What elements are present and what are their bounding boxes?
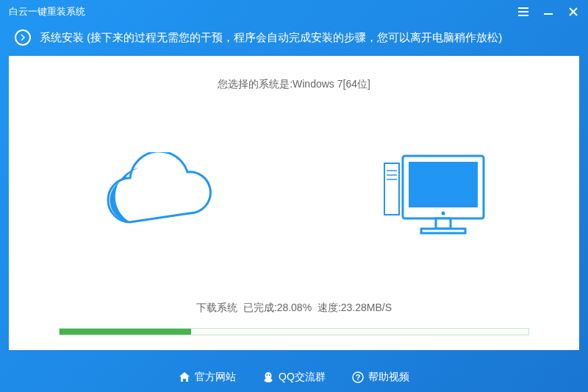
qq-icon: [262, 371, 274, 383]
progress-status-text: 下载系统 已完成:28.08% 速度:23.28MB/S: [196, 302, 392, 315]
svg-point-11: [266, 374, 268, 376]
menu-icon[interactable]: [517, 6, 529, 18]
help-video-link[interactable]: ? 帮助视频: [352, 371, 409, 384]
close-icon[interactable]: [567, 6, 579, 18]
minimize-icon[interactable]: [542, 6, 554, 18]
svg-rect-7: [436, 218, 451, 229]
svg-point-6: [442, 212, 445, 215]
official-website-link[interactable]: 官方网站: [179, 371, 236, 384]
computer-icon: [373, 149, 491, 244]
footer: 官方网站 QQ交流群 ? 帮助视频: [0, 363, 588, 392]
app-title: 白云一键重装系统: [9, 5, 85, 18]
download-label: 下载系统: [196, 302, 237, 313]
main-panel: 您选择的系统是:Windows 7[64位] 下载系统 已完成:28.08% 速…: [9, 56, 579, 350]
completed-label: 已完成:: [243, 302, 277, 313]
step-header: 系统安装 (接下来的过程无需您的干预，程序会自动完成安装的步骤，您可以离开电脑稍…: [0, 24, 588, 56]
window-controls: [517, 6, 579, 18]
svg-text:?: ?: [356, 373, 361, 382]
graphic-row: [38, 113, 550, 279]
website-label: 官方网站: [195, 371, 236, 384]
selected-system-text: 您选择的系统是:Windows 7[64位]: [218, 78, 370, 91]
help-label: 帮助视频: [368, 371, 409, 384]
home-icon: [179, 371, 190, 383]
cloud-icon: [97, 152, 229, 240]
speed-value: 23.28MB/S: [341, 302, 392, 313]
selected-os-value: Windows 7[64位]: [293, 78, 370, 90]
progress-bar: [59, 328, 529, 335]
speed-label: 速度:: [318, 302, 341, 313]
svg-point-10: [265, 378, 273, 382]
qq-label: QQ交流群: [279, 371, 326, 384]
step-hint: (接下来的过程无需您的干预，程序会自动完成安装的步骤，您可以离开电脑稍作放松): [87, 31, 502, 43]
titlebar: 白云一键重装系统: [0, 0, 588, 24]
step-indicator-icon: [15, 29, 31, 46]
step-title: 系统安装 (接下来的过程无需您的干预，程序会自动完成安装的步骤，您可以离开电脑稍…: [40, 31, 502, 45]
step-label: 系统安装: [40, 31, 84, 43]
svg-rect-5: [409, 162, 478, 207]
svg-point-12: [269, 374, 270, 376]
help-icon: ?: [352, 371, 364, 383]
svg-rect-8: [421, 229, 465, 233]
selected-prefix: 您选择的系统是:: [218, 78, 293, 90]
qq-group-link[interactable]: QQ交流群: [262, 371, 326, 384]
progress-fill: [60, 329, 191, 335]
completed-value: 28.08%: [277, 302, 312, 313]
